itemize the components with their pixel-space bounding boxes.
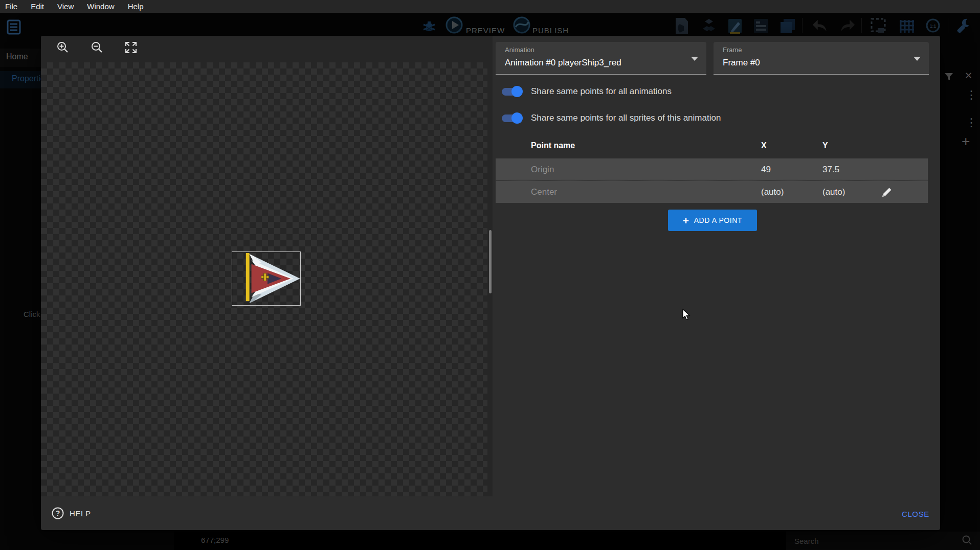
point-x[interactable]: 49 <box>761 158 771 180</box>
plus-icon: + <box>683 215 689 226</box>
zoom-in-icon[interactable] <box>53 38 73 57</box>
animation-select[interactable]: Animation Animation #0 playerShip3_red <box>496 42 706 75</box>
animation-select-label: Animation <box>505 46 534 54</box>
chevron-down-icon <box>691 57 698 61</box>
animation-select-value: Animation #0 playerShip3_red <box>505 58 621 68</box>
table-row-origin[interactable]: Origin 49 37.5 <box>496 158 928 180</box>
fit-to-screen-icon[interactable] <box>121 38 141 57</box>
sprite-selection-box[interactable] <box>232 251 301 306</box>
share-points-sprites-toggle[interactable] <box>500 112 523 124</box>
help-label: HELP <box>70 509 91 518</box>
add-a-point-button[interactable]: + ADD A POINT <box>668 210 757 231</box>
help-button[interactable]: ? HELP <box>51 505 91 521</box>
table-row-center[interactable]: Center (auto) (auto) <box>496 181 928 203</box>
chevron-down-icon <box>914 57 921 61</box>
sprite-canvas[interactable] <box>41 36 493 496</box>
column-y: Y <box>822 137 828 154</box>
points-table-header: Point name X Y <box>496 137 928 154</box>
point-y[interactable]: (auto) <box>822 181 845 203</box>
menu-window[interactable]: Window <box>80 2 121 11</box>
menu-help[interactable]: Help <box>121 2 150 11</box>
canvas-scrollbar[interactable] <box>489 230 492 293</box>
menu-edit[interactable]: Edit <box>24 2 51 11</box>
add-a-point-label: ADD A POINT <box>694 216 743 224</box>
menu-file[interactable]: File <box>0 2 24 11</box>
frame-select-value: Frame #0 <box>723 58 760 68</box>
menubar: File Edit View Window Help <box>0 0 980 13</box>
zoom-out-icon[interactable] <box>87 38 107 57</box>
help-circle-icon: ? <box>51 507 64 520</box>
share-points-sprites-row: Share same points for all sprites of thi… <box>500 111 721 125</box>
edit-pencil-icon[interactable] <box>880 185 895 199</box>
column-x: X <box>761 137 767 154</box>
point-y[interactable]: 37.5 <box>822 158 839 180</box>
share-points-animations-row: Share same points for all animations <box>500 85 672 98</box>
column-point-name: Point name <box>531 137 575 154</box>
edit-points-dialog: Animation Animation #0 playerShip3_red F… <box>41 36 940 530</box>
point-name: Origin <box>531 158 554 180</box>
menu-view[interactable]: View <box>51 2 80 11</box>
point-name: Center <box>531 181 557 203</box>
close-button[interactable]: CLOSE <box>899 509 932 519</box>
toggle-label: Share same points for all sprites of thi… <box>531 113 721 123</box>
frame-select[interactable]: Frame Frame #0 <box>714 42 929 75</box>
share-points-animations-toggle[interactable] <box>500 86 523 97</box>
point-x[interactable]: (auto) <box>761 181 784 203</box>
sprite-playership3-red[interactable] <box>232 252 300 305</box>
toggle-label: Share same points for all animations <box>531 86 672 97</box>
svg-text:?: ? <box>56 509 60 517</box>
frame-select-label: Frame <box>723 46 742 54</box>
